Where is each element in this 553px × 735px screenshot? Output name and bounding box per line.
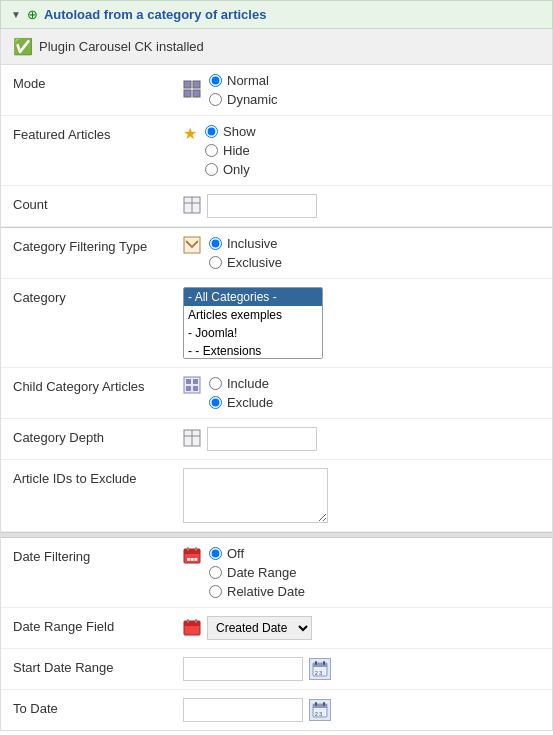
start-date-range-input[interactable] <box>183 657 303 681</box>
svg-text:2 3: 2 3 <box>315 711 322 717</box>
article-ids-control <box>183 468 540 523</box>
svg-rect-9 <box>186 379 191 384</box>
child-category-icon <box>183 376 201 397</box>
mode-normal-radio[interactable] <box>209 74 222 87</box>
count-input[interactable]: 5 <box>207 194 317 218</box>
exclusive-option[interactable]: Exclusive <box>209 255 282 270</box>
category-filtering-type-label: Category Filtering Type <box>13 236 183 254</box>
category-filtering-type-control: Inclusive Exclusive <box>183 236 540 270</box>
mode-label: Mode <box>13 73 183 91</box>
start-date-calendar-button[interactable]: 2 3 <box>309 658 331 680</box>
category-depth-icon <box>183 429 201 450</box>
date-filtering-control: ■■■ Off Date Range Relative Date <box>183 546 540 599</box>
exclude-option[interactable]: Exclude <box>209 395 273 410</box>
svg-rect-18 <box>187 547 189 551</box>
mode-dynamic-option[interactable]: Dynamic <box>209 92 278 107</box>
category-control: - All Categories - Articles exemples - J… <box>183 287 540 359</box>
svg-text:■■■: ■■■ <box>187 556 198 562</box>
child-category-articles-label: Child Category Articles <box>13 376 183 394</box>
date-filtering-radio-group: Off Date Range Relative Date <box>209 546 305 599</box>
exclusive-radio[interactable] <box>209 256 222 269</box>
category-option-extensions: - - Extensions <box>184 342 322 359</box>
featured-articles-radio-group: Show Hide Only <box>205 124 256 177</box>
panel-header[interactable]: ▼ ⊕ Autoload from a category of articles <box>0 0 553 29</box>
date-off-option[interactable]: Off <box>209 546 305 561</box>
panel-title: Autoload from a category of articles <box>44 7 267 22</box>
category-depth-label: Category Depth <box>13 427 183 445</box>
inclusive-radio[interactable] <box>209 237 222 250</box>
svg-text:2 3: 2 3 <box>315 670 322 676</box>
svg-rect-7 <box>184 237 200 253</box>
star-icon: ★ <box>183 124 197 143</box>
category-listbox[interactable]: - All Categories - Articles exemples - J… <box>183 287 323 359</box>
panel-icon: ⊕ <box>27 7 38 22</box>
featured-hide-radio[interactable] <box>205 144 218 157</box>
include-option[interactable]: Include <box>209 376 273 391</box>
featured-articles-control: ★ Show Hide Only <box>183 124 540 177</box>
mode-control: Normal Dynamic <box>183 73 540 107</box>
date-range-field-row: Date Range Field Created Date Modified D… <box>1 608 552 649</box>
svg-rect-12 <box>193 386 198 391</box>
collapse-icon: ▼ <box>11 9 21 20</box>
article-ids-textarea[interactable] <box>183 468 328 523</box>
child-category-articles-row: Child Category Articles Include <box>1 368 552 419</box>
svg-rect-17 <box>184 549 200 554</box>
svg-rect-23 <box>187 619 189 623</box>
count-row: Count 5 <box>1 186 552 227</box>
count-label: Count <box>13 194 183 212</box>
exclude-radio[interactable] <box>209 396 222 409</box>
date-range-field-icon <box>183 618 201 639</box>
svg-rect-3 <box>193 90 200 97</box>
plugin-status-bar: ✅ Plugin Carousel CK installed <box>0 29 553 65</box>
mode-radio-group: Normal Dynamic <box>209 73 278 107</box>
status-check-icon: ✅ <box>13 37 33 56</box>
count-icon <box>183 196 201 217</box>
category-option-articles: Articles exemples <box>184 306 322 324</box>
start-date-range-row: Start Date Range 2 3 <box>1 649 552 690</box>
mode-row: Mode Normal Dynamic <box>1 65 552 116</box>
category-depth-row: Category Depth 1 <box>1 419 552 460</box>
relative-date-option[interactable]: Relative Date <box>209 584 305 599</box>
date-off-radio[interactable] <box>209 547 222 560</box>
featured-only-option[interactable]: Only <box>205 162 256 177</box>
start-date-range-label: Start Date Range <box>13 657 183 675</box>
featured-articles-row: Featured Articles ★ Show Hide Only <box>1 116 552 186</box>
start-date-range-control: 2 3 <box>183 657 540 681</box>
article-ids-row: Article IDs to Exclude <box>1 460 552 532</box>
date-filtering-icon: ■■■ <box>183 546 201 567</box>
featured-hide-option[interactable]: Hide <box>205 143 256 158</box>
date-range-radio[interactable] <box>209 566 222 579</box>
svg-rect-0 <box>184 81 191 88</box>
category-depth-input[interactable]: 1 <box>207 427 317 451</box>
to-date-label: To Date <box>13 698 183 716</box>
svg-rect-33 <box>323 702 325 706</box>
svg-rect-11 <box>186 386 191 391</box>
to-date-input[interactable] <box>183 698 303 722</box>
featured-articles-label: Featured Articles <box>13 124 183 142</box>
child-category-radio-group: Include Exclude <box>209 376 273 410</box>
category-depth-control: 1 <box>183 427 540 451</box>
date-filtering-row: Date Filtering ■■■ Off Date <box>1 538 552 608</box>
svg-rect-22 <box>184 621 200 626</box>
date-range-field-select[interactable]: Created Date Modified Date <box>207 616 312 640</box>
mode-dynamic-radio[interactable] <box>209 93 222 106</box>
inclusive-option[interactable]: Inclusive <box>209 236 282 251</box>
to-date-control: 2 3 <box>183 698 540 722</box>
date-range-field-label: Date Range Field <box>13 616 183 634</box>
relative-date-radio[interactable] <box>209 585 222 598</box>
category-option-all: - All Categories - <box>184 288 322 306</box>
include-radio[interactable] <box>209 377 222 390</box>
filter-icon <box>183 236 201 257</box>
to-date-calendar-button[interactable]: 2 3 <box>309 699 331 721</box>
featured-show-radio[interactable] <box>205 125 218 138</box>
svg-rect-1 <box>193 81 200 88</box>
date-range-option[interactable]: Date Range <box>209 565 305 580</box>
svg-rect-2 <box>184 90 191 97</box>
mode-normal-option[interactable]: Normal <box>209 73 278 88</box>
featured-only-radio[interactable] <box>205 163 218 176</box>
svg-rect-28 <box>323 661 325 665</box>
article-ids-label: Article IDs to Exclude <box>13 468 183 486</box>
category-option-joomla: - Joomla! <box>184 324 322 342</box>
category-row: Category - All Categories - Articles exe… <box>1 279 552 368</box>
featured-show-option[interactable]: Show <box>205 124 256 139</box>
